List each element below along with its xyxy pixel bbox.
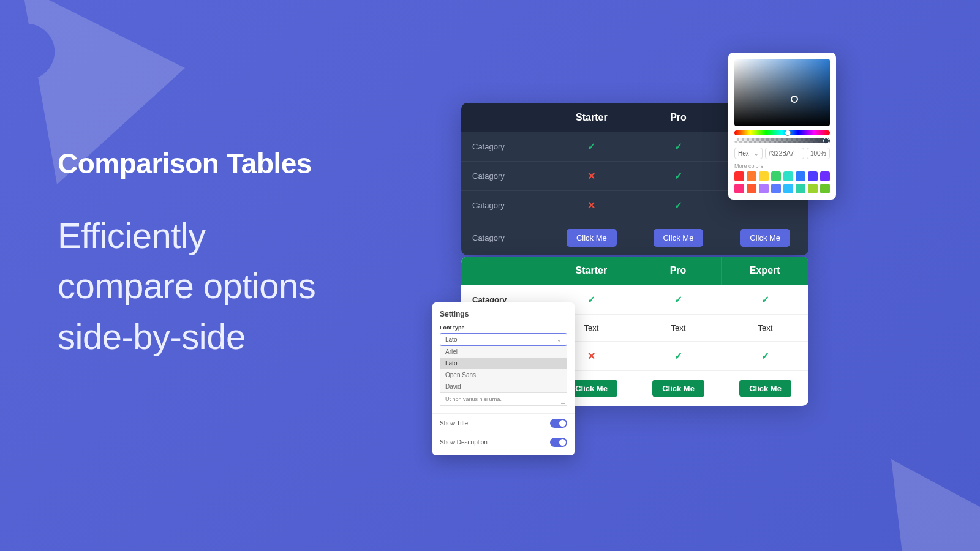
click-me-button[interactable]: Click Me: [654, 229, 704, 247]
show-description-row: Show Description: [432, 433, 575, 452]
hero-title: Comparison Tables: [58, 147, 315, 180]
show-description-toggle[interactable]: [550, 438, 567, 447]
click-me-button[interactable]: Click Me: [739, 380, 791, 397]
chevron-down-icon: ⌄: [754, 151, 759, 157]
color-swatch[interactable]: [808, 184, 818, 193]
color-swatch[interactable]: [747, 184, 756, 193]
color-picker: Hex⌄ #322BA7 100% More colors: [728, 53, 836, 200]
font-dropdown: Ariel Lato Open Sans David: [440, 346, 567, 393]
row-label: Catagory: [461, 162, 548, 190]
hue-handle-icon[interactable]: [785, 130, 791, 136]
alpha-handle-icon[interactable]: [823, 138, 829, 144]
settings-title: Settings: [432, 310, 575, 323]
check-icon: ✓: [587, 294, 595, 305]
check-icon: ✓: [674, 200, 682, 211]
check-icon: ✓: [674, 141, 682, 152]
gradient-cursor-icon[interactable]: [791, 96, 798, 103]
color-swatch[interactable]: [734, 171, 744, 181]
svg-point-0: [0, 24, 55, 80]
click-me-button[interactable]: Click Me: [652, 380, 704, 397]
hue-slider[interactable]: [734, 130, 830, 135]
description-textarea[interactable]: Ut non varius nisi urna.: [440, 393, 567, 406]
click-me-button[interactable]: Click Me: [567, 229, 617, 247]
check-icon: ✓: [674, 170, 682, 182]
color-swatch[interactable]: [796, 171, 805, 181]
more-colors-label: More colors: [734, 163, 830, 169]
color-swatch[interactable]: [759, 184, 769, 193]
check-icon: ✓: [761, 294, 769, 305]
color-swatch[interactable]: [759, 171, 769, 181]
color-swatch[interactable]: [820, 184, 830, 193]
row-label: Catagory: [461, 132, 548, 161]
toggle-label: Show Description: [440, 439, 488, 446]
color-swatch[interactable]: [771, 171, 781, 181]
font-option[interactable]: Open Sans: [440, 369, 567, 381]
color-gradient[interactable]: [734, 59, 830, 126]
font-option[interactable]: Lato: [440, 358, 567, 369]
color-mode-select[interactable]: Hex⌄: [734, 148, 763, 159]
column-header: Expert: [722, 257, 809, 285]
column-header: Pro: [635, 103, 722, 132]
swatch-grid: [734, 171, 830, 193]
text-cell: Text: [722, 315, 809, 341]
cross-icon: ✕: [587, 170, 595, 182]
show-title-row: Show Title: [432, 414, 575, 433]
text-cell: Text: [635, 315, 722, 341]
table-row: Catagory Click Me Click Me Click Me: [461, 220, 809, 255]
column-header: Pro: [635, 257, 722, 285]
hero: Comparison Tables Efficiently compare op…: [58, 147, 315, 362]
check-icon: ✓: [674, 350, 682, 362]
opacity-input[interactable]: 100%: [807, 148, 830, 159]
toggle-label: Show Title: [440, 420, 468, 427]
font-select[interactable]: Lato ⌄: [440, 333, 567, 346]
row-label: Catagory: [461, 191, 548, 220]
cross-icon: ✕: [587, 350, 595, 362]
font-option[interactable]: David: [440, 381, 567, 392]
color-swatch[interactable]: [820, 171, 830, 181]
color-swatch[interactable]: [734, 184, 744, 193]
check-icon: ✓: [674, 294, 682, 305]
font-type-label: Font type: [432, 323, 575, 332]
settings-panel: Settings Font type Lato ⌄ Ariel Lato Ope…: [432, 302, 575, 455]
check-icon: ✓: [761, 350, 769, 362]
hero-subtitle: Efficiently compare options side-by-side: [58, 211, 315, 362]
color-swatch[interactable]: [783, 184, 793, 193]
color-swatch[interactable]: [771, 184, 781, 193]
row-label: Catagory: [461, 220, 548, 255]
table-header: . Starter Pro Expert: [461, 257, 809, 285]
column-header: Starter: [548, 257, 635, 285]
color-swatch[interactable]: [808, 171, 818, 181]
click-me-button[interactable]: Click Me: [740, 229, 790, 247]
color-swatch[interactable]: [783, 171, 793, 181]
chevron-down-icon: ⌄: [557, 337, 562, 343]
color-swatch[interactable]: [796, 184, 805, 193]
color-swatch[interactable]: [747, 171, 756, 181]
hex-input[interactable]: #322BA7: [765, 148, 804, 159]
check-icon: ✓: [587, 141, 595, 152]
column-header: Starter: [548, 103, 635, 132]
alpha-slider[interactable]: [734, 138, 830, 143]
font-option[interactable]: Ariel: [440, 346, 567, 358]
cross-icon: ✕: [587, 200, 595, 211]
show-title-toggle[interactable]: [550, 419, 567, 428]
